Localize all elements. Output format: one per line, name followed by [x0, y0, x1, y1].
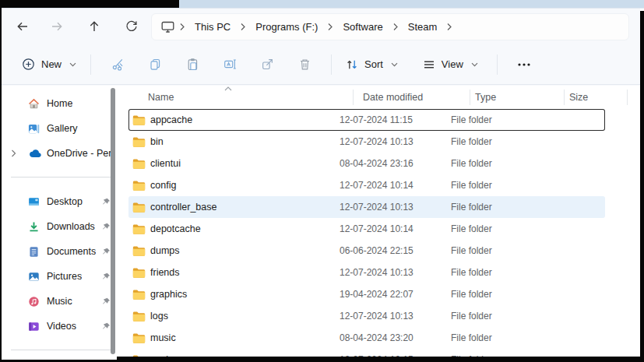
breadcrumb-this-pc[interactable]: This PC	[190, 19, 235, 35]
forward-button[interactable]	[44, 14, 70, 39]
desktop-icon	[28, 196, 40, 208]
breadcrumb-chevron-icon[interactable]	[442, 23, 457, 31]
onedrive-cloud-icon	[28, 149, 41, 158]
view-button[interactable]: View	[417, 54, 484, 76]
file-explorer-window: This PC Programs (F:) Software Steam	[0, 0, 644, 362]
file-name-label: dumps	[150, 245, 180, 256]
column-header-name[interactable]: Name	[125, 90, 354, 105]
sidebar-list: Home Gallery OneDrive - Pers	[2, 86, 125, 350]
table-row[interactable]: friends 12-07-2024 10:13 File folder	[128, 262, 605, 283]
table-row[interactable]: depotcache 12-07-2024 10:14 File folder	[128, 218, 605, 240]
type-cell: File folder	[449, 223, 540, 234]
sidebar-item-label: OneDrive - Pers	[47, 148, 114, 159]
breadcrumb-steam[interactable]: Steam	[403, 19, 442, 35]
new-button[interactable]: New	[16, 53, 83, 76]
date-modified-cell: 08-04-2024 23:20	[333, 332, 449, 343]
date-modified-cell: 12-07-2024 10:13	[333, 311, 449, 322]
up-arrow-icon	[88, 20, 100, 33]
cut-scissors-icon	[111, 58, 125, 71]
type-cell: File folder	[449, 311, 540, 322]
sort-button[interactable]: Sort	[340, 54, 404, 76]
address-bar[interactable]: This PC Programs (F:) Software Steam	[151, 13, 629, 40]
sidebar-item-downloads[interactable]: Downloads	[6, 215, 120, 238]
table-row[interactable]: dumps 06-06-2024 22:15 File folder	[128, 240, 605, 262]
table-row[interactable]: graphics 19-04-2024 22:07 File folder	[128, 283, 605, 305]
chevron-right-icon[interactable]	[11, 149, 16, 157]
type-cell: File folder	[449, 332, 540, 343]
folder-icon	[132, 202, 146, 213]
more-options-button[interactable]	[511, 52, 537, 77]
table-row[interactable]: controller_base 12-07-2024 10:13 File fo…	[128, 196, 605, 218]
sidebar-divider	[11, 177, 115, 177]
breadcrumb-chevron-icon[interactable]	[235, 23, 251, 31]
paste-clipboard-icon	[186, 58, 199, 71]
date-modified-cell: 12-07-2024 11:15	[333, 114, 449, 125]
breadcrumb-chevron-icon[interactable]	[322, 23, 338, 31]
sidebar-item-pictures[interactable]: Pictures	[6, 265, 120, 288]
rename-icon	[223, 58, 237, 71]
toolbar-separator	[497, 54, 498, 75]
share-button[interactable]	[254, 52, 280, 77]
sidebar-item-label: Desktop	[47, 196, 83, 207]
sidebar-item-onedrive[interactable]: OneDrive - Pers	[6, 142, 120, 165]
file-name-label: controller_base	[150, 202, 216, 213]
copy-button[interactable]	[142, 52, 168, 77]
sidebar-item-desktop[interactable]: Desktop	[6, 190, 120, 213]
sidebar-item-music[interactable]: Music	[6, 290, 120, 313]
refresh-button[interactable]	[118, 14, 145, 39]
navigation-pane: Home Gallery OneDrive - Pers	[2, 86, 125, 362]
sidebar-item-home[interactable]: Home	[6, 92, 120, 115]
folder-icon	[132, 245, 146, 256]
type-cell: File folder	[449, 245, 540, 256]
column-header-date-modified[interactable]: Date modified	[354, 90, 470, 105]
table-row[interactable]: clientui 08-04-2024 23:16 File folder	[128, 153, 605, 174]
table-row[interactable]: bin 12-07-2024 10:13 File folder	[128, 131, 605, 153]
table-row[interactable]: config 12-07-2024 10:14 File folder	[128, 174, 605, 196]
type-cell: File folder	[449, 114, 540, 125]
ellipsis-icon	[518, 63, 530, 66]
table-row[interactable]: music 08-04-2024 23:20 File folder	[128, 327, 605, 349]
pin-icon	[102, 198, 111, 206]
column-header-type[interactable]: Type	[470, 90, 565, 105]
file-name-cell: appcache	[128, 114, 333, 125]
rename-button[interactable]	[216, 52, 243, 77]
sidebar-item-gallery[interactable]: Gallery	[6, 117, 120, 140]
file-name-cell: depotcache	[128, 223, 333, 234]
file-list-pane: Name Date modified Type Size appcache	[125, 86, 640, 362]
chevron-down-icon	[471, 62, 478, 67]
back-button[interactable]	[9, 14, 36, 39]
sidebar-item-videos[interactable]: Videos	[6, 315, 120, 338]
file-name-label: bin	[150, 136, 164, 147]
pin-icon	[102, 248, 111, 256]
paste-button[interactable]	[179, 52, 206, 77]
file-name-cell: friends	[128, 267, 333, 278]
sidebar-item-documents[interactable]: Documents	[6, 240, 120, 263]
up-button[interactable]	[81, 14, 107, 39]
delete-button[interactable]	[291, 52, 318, 77]
breadcrumb-chevron-icon[interactable]	[388, 23, 403, 31]
type-cell: File folder	[449, 202, 540, 213]
table-row[interactable]: logs 12-07-2024 10:13 File folder	[128, 305, 605, 327]
cut-button[interactable]	[104, 52, 131, 77]
sort-button-label: Sort	[364, 58, 383, 70]
navigation-bar: This PC Programs (F:) Software Steam	[2, 9, 640, 44]
refresh-icon	[125, 20, 138, 33]
table-row[interactable]: appcache 12-07-2024 11:15 File folder	[128, 109, 605, 131]
file-name-cell: clientui	[128, 158, 333, 169]
sidebar-divider	[11, 350, 115, 350]
file-name-cell: dumps	[128, 245, 333, 256]
breadcrumb-software[interactable]: Software	[338, 19, 387, 35]
sidebar-scrollbar[interactable]	[111, 88, 115, 354]
videos-icon	[28, 321, 40, 332]
file-name-cell: music	[128, 332, 333, 343]
date-modified-cell: 12-07-2024 10:14	[333, 223, 449, 234]
folder-icon	[132, 311, 146, 322]
folder-icon	[132, 289, 146, 300]
breadcrumb-programs-f[interactable]: Programs (F:)	[251, 19, 322, 35]
pin-icon	[102, 272, 111, 281]
share-icon	[261, 58, 274, 71]
column-header-size[interactable]: Size	[565, 90, 628, 105]
sidebar-item-label: Gallery	[47, 123, 78, 134]
file-name-cell: controller_base	[128, 202, 333, 213]
date-modified-cell: 12-07-2024 10:14	[333, 180, 449, 191]
